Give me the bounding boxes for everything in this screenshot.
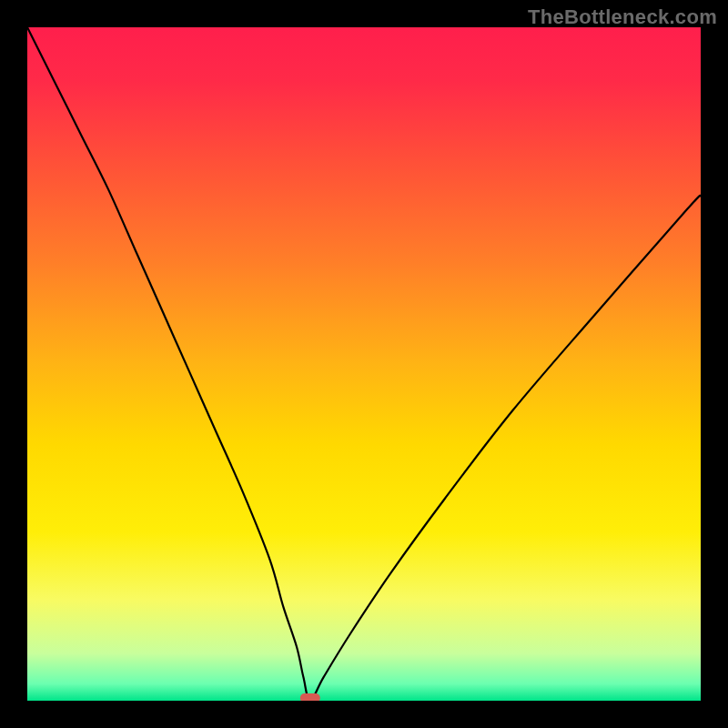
chart-svg (27, 27, 701, 701)
gradient-background (27, 27, 701, 701)
chart-frame: TheBottleneck.com (0, 0, 728, 728)
watermark-text: TheBottleneck.com (528, 5, 717, 29)
plot-area (27, 27, 701, 701)
optimum-marker (300, 693, 320, 701)
